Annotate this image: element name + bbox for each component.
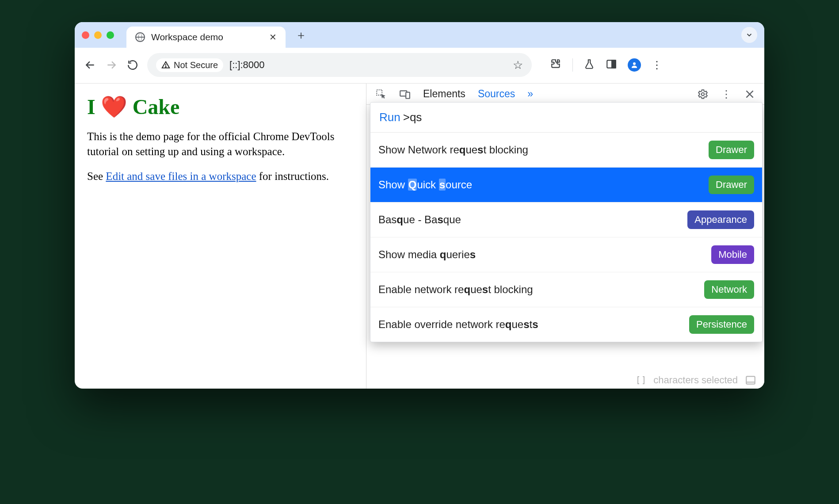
command-badge: Mobile bbox=[711, 245, 754, 264]
gear-icon[interactable] bbox=[697, 88, 709, 100]
svg-point-7 bbox=[633, 62, 636, 65]
text: See bbox=[87, 170, 106, 182]
status-bar: characters selected bbox=[636, 374, 756, 386]
extensions-icon[interactable] bbox=[550, 58, 562, 72]
url-text: [::]:8000 bbox=[229, 59, 265, 71]
devtools-menu-icon[interactable]: ⋮ bbox=[721, 89, 732, 99]
command-item[interactable]: Enable override network requestsPersiste… bbox=[370, 307, 762, 342]
command-label: Enable network request blocking bbox=[378, 283, 533, 296]
command-list: Show Network request blockingDrawerShow … bbox=[370, 133, 762, 342]
tabstrip-overflow-button[interactable] bbox=[741, 27, 757, 43]
panel-icon[interactable] bbox=[606, 58, 617, 72]
toolbar-icons: ⋮ bbox=[550, 58, 662, 72]
tabs-overflow-icon[interactable]: » bbox=[527, 88, 533, 100]
close-window-icon[interactable] bbox=[82, 31, 89, 39]
device-toolbar-icon[interactable] bbox=[399, 88, 411, 100]
command-badge: Drawer bbox=[709, 141, 754, 159]
svg-rect-10 bbox=[406, 92, 410, 98]
page-viewport: I ❤️ Cake This is the demo page for the … bbox=[75, 84, 366, 389]
command-label: Show Quick source bbox=[378, 179, 472, 191]
command-badge: Drawer bbox=[709, 176, 754, 194]
browser-menu-icon[interactable]: ⋮ bbox=[652, 60, 662, 70]
page-paragraph-2: See Edit and save files in a workspace f… bbox=[87, 169, 354, 184]
maximize-window-icon[interactable] bbox=[107, 31, 114, 39]
run-label: Run bbox=[379, 111, 400, 124]
close-tab-icon[interactable]: ✕ bbox=[269, 32, 277, 42]
devtools-tabbar: Elements Sources » ⋮ bbox=[366, 84, 764, 105]
tab-strip: Workspace demo ✕ ＋ bbox=[75, 22, 764, 48]
tab-elements[interactable]: Elements bbox=[423, 88, 465, 100]
command-menu: Run >qs Show Network request blockingDra… bbox=[370, 102, 763, 342]
svg-point-11 bbox=[702, 92, 705, 95]
new-tab-button[interactable]: ＋ bbox=[295, 27, 307, 43]
command-label: Show media queries bbox=[378, 248, 476, 261]
labs-icon[interactable] bbox=[583, 58, 595, 72]
window-controls bbox=[82, 31, 114, 39]
svg-rect-14 bbox=[746, 376, 755, 384]
close-devtools-icon[interactable] bbox=[744, 88, 755, 100]
toolbar: Not Secure [::]:8000 ☆ ⋮ bbox=[75, 48, 764, 84]
command-item[interactable]: Show media queriesMobile bbox=[370, 237, 762, 272]
separator bbox=[572, 58, 573, 72]
command-prefix: > bbox=[403, 111, 410, 124]
warning-icon bbox=[161, 61, 170, 69]
inspect-icon[interactable] bbox=[375, 88, 387, 100]
security-label: Not Secure bbox=[174, 60, 218, 70]
svg-point-4 bbox=[165, 66, 166, 67]
command-query: qs bbox=[410, 111, 422, 124]
browser-tab[interactable]: Workspace demo ✕ bbox=[126, 27, 286, 48]
devtools-panel: Elements Sources » ⋮ Run >qs Show Networ… bbox=[366, 84, 764, 389]
tab-sources[interactable]: Sources bbox=[478, 88, 515, 100]
globe-icon bbox=[135, 32, 145, 42]
command-badge: Appearance bbox=[687, 210, 754, 229]
reload-button[interactable] bbox=[126, 58, 139, 72]
command-label: Basque - Basque bbox=[378, 214, 461, 226]
tutorial-link[interactable]: Edit and save files in a workspace bbox=[106, 170, 256, 182]
page-heading: I ❤️ Cake bbox=[87, 94, 354, 119]
browser-window: Workspace demo ✕ ＋ Not Secure [::]:8000 … bbox=[75, 22, 764, 389]
command-label: Show Network request blocking bbox=[378, 144, 528, 156]
text: for instructions. bbox=[256, 170, 329, 182]
command-badge: Persistence bbox=[689, 315, 754, 334]
command-item[interactable]: Basque - BasqueAppearance bbox=[370, 202, 762, 237]
profile-avatar[interactable] bbox=[628, 58, 641, 72]
content-area: I ❤️ Cake This is the demo page for the … bbox=[75, 84, 764, 389]
security-chip[interactable]: Not Secure bbox=[156, 58, 223, 72]
command-item[interactable]: Enable network request blockingNetwork bbox=[370, 272, 762, 307]
back-button[interactable] bbox=[84, 58, 97, 72]
command-item[interactable]: Show Quick sourceDrawer bbox=[370, 167, 762, 202]
svg-rect-6 bbox=[612, 60, 616, 68]
command-input-row[interactable]: Run >qs bbox=[370, 103, 762, 133]
page-paragraph: This is the demo page for the official C… bbox=[87, 129, 354, 159]
forward-button[interactable] bbox=[105, 58, 118, 72]
command-label: Enable override network requests bbox=[378, 318, 538, 331]
brackets-icon bbox=[636, 375, 646, 386]
command-item[interactable]: Show Network request blockingDrawer bbox=[370, 133, 762, 167]
status-text: characters selected bbox=[653, 374, 738, 386]
address-bar[interactable]: Not Secure [::]:8000 ☆ bbox=[147, 53, 532, 77]
bookmark-icon[interactable]: ☆ bbox=[513, 58, 523, 72]
minimize-window-icon[interactable] bbox=[94, 31, 102, 39]
command-badge: Network bbox=[704, 280, 754, 299]
layout-icon bbox=[745, 374, 756, 386]
tab-title: Workspace demo bbox=[151, 32, 223, 42]
